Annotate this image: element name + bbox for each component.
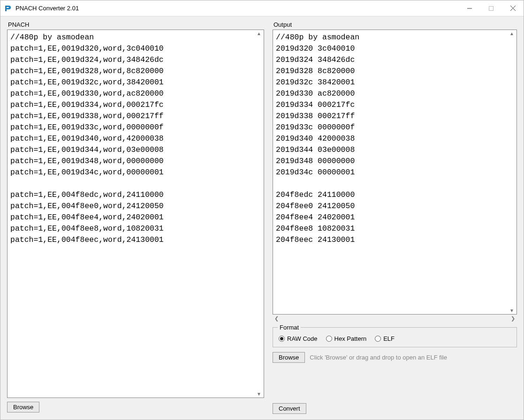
svg-rect-1: [489, 6, 494, 10]
radio-hex-label: Hex Pattern: [334, 335, 367, 342]
scroll-left-icon[interactable]: ❮: [274, 315, 279, 322]
format-options: RAW Code Hex Pattern ELF: [279, 335, 511, 342]
radio-raw-input[interactable]: [279, 336, 285, 342]
radio-hex-input[interactable]: [326, 336, 332, 342]
radio-raw[interactable]: RAW Code: [279, 335, 318, 342]
pnach-browse-button[interactable]: Browse: [7, 402, 39, 412]
output-label: Output: [273, 21, 517, 28]
scroll-right-icon[interactable]: ❯: [511, 315, 515, 322]
main-window: PNACH Converter 2.01 PNACH //480p by asm…: [0, 0, 524, 420]
format-legend: Format: [278, 324, 301, 331]
elf-browse-button[interactable]: Browse: [273, 352, 305, 363]
elf-hint: Click 'Browse' or drag and drop to open …: [310, 354, 447, 361]
radio-elf-input[interactable]: [375, 336, 381, 342]
output-panel: Output //480p by asmodean 2019d320 3c040…: [273, 21, 517, 414]
minimize-button[interactable]: [459, 0, 480, 16]
pnach-panel: PNACH //480p by asmodean patch=1,EE,0019…: [7, 21, 264, 414]
scroll-up-icon[interactable]: ▲: [255, 31, 263, 36]
scroll-down-icon[interactable]: ▼: [255, 391, 263, 397]
convert-button[interactable]: Convert: [273, 403, 306, 414]
radio-elf-label: ELF: [383, 335, 395, 342]
titlebar[interactable]: PNACH Converter 2.01: [0, 0, 524, 16]
pnach-bottom-row: Browse: [7, 402, 264, 412]
output-textarea-wrap: //480p by asmodean 2019d320 3c040010 201…: [273, 30, 517, 315]
scroll-up-icon[interactable]: ▲: [508, 31, 516, 36]
maximize-button[interactable]: [480, 0, 502, 16]
pnach-textarea-wrap: //480p by asmodean patch=1,EE,0019d320,w…: [7, 30, 264, 398]
app-icon: [4, 5, 12, 12]
window-title: PNACH Converter 2.01: [15, 5, 459, 12]
client-area: PNACH //480p by asmodean patch=1,EE,0019…: [0, 16, 524, 420]
pnach-label: PNACH: [8, 21, 264, 28]
radio-elf[interactable]: ELF: [375, 335, 395, 342]
window-controls: [459, 0, 524, 16]
scroll-down-icon[interactable]: ▼: [508, 308, 516, 313]
format-group: Format RAW Code Hex Pattern ELF: [273, 327, 517, 347]
radio-raw-label: RAW Code: [287, 335, 318, 342]
output-textarea[interactable]: //480p by asmodean 2019d320 3c040010 201…: [273, 30, 507, 314]
pnach-textarea[interactable]: //480p by asmodean patch=1,EE,0019d320,w…: [8, 30, 254, 398]
output-hscroll[interactable]: ❮ ❯: [273, 315, 517, 325]
convert-row: Convert: [273, 403, 517, 414]
close-button[interactable]: [502, 0, 524, 16]
radio-hex[interactable]: Hex Pattern: [326, 335, 367, 342]
elf-row: Browse Click 'Browse' or drag and drop t…: [273, 352, 517, 363]
